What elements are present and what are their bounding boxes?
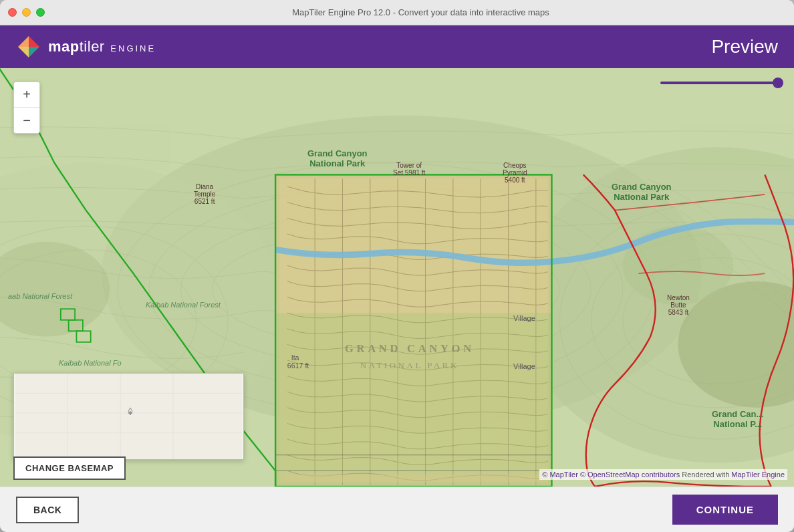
opacity-slider[interactable] (660, 82, 781, 84)
zoom-controls: + − (13, 82, 40, 134)
app-window: MapTiler Engine Pro 12.0 - Convert your … (0, 0, 794, 532)
logo-text-area: maptiler ENGINE (48, 38, 156, 55)
mini-map (13, 373, 244, 460)
logo-text: maptiler (48, 38, 109, 55)
label-village-2: Village (513, 362, 535, 370)
rendered-with-text: Rendered with (682, 471, 729, 479)
map-attribution: © MapTiler © OpenStreetMap contributors … (539, 469, 787, 480)
svg-rect-44 (15, 374, 243, 459)
slider-thumb[interactable] (773, 78, 783, 88)
logo-map: map (48, 38, 80, 55)
change-basemap-button[interactable]: CHANGE BASEMAP (13, 456, 126, 480)
back-button[interactable]: BACK (16, 497, 79, 523)
svg-text:6617 ft: 6617 ft (287, 362, 309, 370)
logo-engine: ENGINE (110, 43, 156, 53)
logo-tiler: tiler (80, 38, 105, 55)
zoom-in-button[interactable]: + (14, 82, 39, 108)
map-container[interactable]: GRAND CANYON NATIONAL PARK Ita 6617 ft G… (0, 68, 794, 487)
osm-link[interactable]: © OpenStreetMap contributors (580, 471, 680, 479)
logo-area: maptiler ENGINE (16, 34, 156, 59)
svg-text:NATIONAL PARK: NATIONAL PARK (360, 360, 459, 370)
label-cheops-pyramid: CheopsPyramid5400 ft (503, 162, 527, 184)
app-header: maptiler ENGINE Preview (0, 25, 794, 68)
preview-label: Preview (711, 36, 778, 57)
traffic-lights (8, 8, 45, 17)
maptiler-logo-icon (16, 34, 41, 59)
continue-button[interactable]: CONTINUE (672, 495, 778, 525)
maximize-button[interactable] (36, 8, 45, 17)
minimize-button[interactable] (22, 8, 31, 17)
svg-text:GRAND CANYON: GRAND CANYON (345, 342, 475, 355)
label-village-1: Village (513, 314, 535, 322)
svg-point-17 (623, 226, 733, 305)
svg-text:Ita: Ita (291, 354, 299, 362)
maptiler-link[interactable]: © MapTiler (542, 471, 578, 479)
mini-map-svg (14, 374, 243, 459)
label-newton-butte: NewtonButte5843 ft (667, 294, 690, 316)
window-title: MapTiler Engine Pro 12.0 - Convert your … (55, 7, 786, 17)
slider-track (660, 82, 781, 84)
footer: BACK CONTINUE (0, 487, 794, 532)
label-diana-temple: DianaTemple6521 ft (194, 183, 215, 205)
zoom-out-button[interactable]: − (14, 108, 39, 133)
label-tower-of-set: Tower ofSet 5981 ft (393, 162, 425, 176)
close-button[interactable] (8, 8, 17, 17)
main-content: GRAND CANYON NATIONAL PARK Ita 6617 ft G… (0, 68, 794, 487)
title-bar: MapTiler Engine Pro 12.0 - Convert your … (0, 0, 794, 25)
engine-link[interactable]: MapTiler Engine (731, 471, 785, 479)
svg-rect-35 (283, 475, 544, 483)
